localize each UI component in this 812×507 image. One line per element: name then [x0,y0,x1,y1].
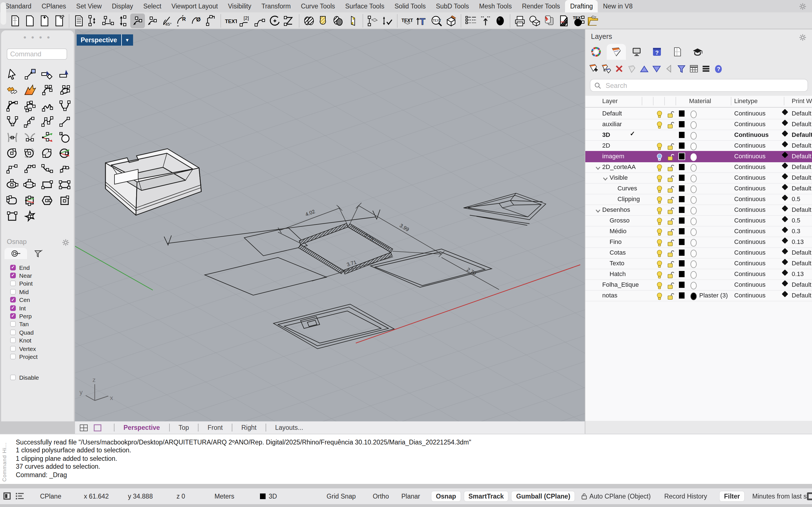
layer-row-cotas[interactable]: CotasContinuousDefault [585,247,812,259]
tool-circle-3pt-icon[interactable] [21,145,38,161]
text-edit-icon[interactable]: TEXT [400,13,414,28]
menu-item-curve-tools[interactable]: Curve Tools [296,0,340,12]
import-annotate-icon[interactable] [52,13,66,28]
layer-row-curves[interactable]: CurvesContinuousDefault [585,183,812,194]
gear-icon[interactable] [62,238,69,248]
osnap-option-project[interactable]: Project [10,353,38,360]
arrow-up-style-icon[interactable] [478,13,493,28]
tool-arc-start-icon[interactable] [21,161,38,177]
layer-print-width[interactable]: Default [792,184,811,191]
layer-color-swatch[interactable] [679,185,684,191]
layer-color-swatch[interactable] [679,174,684,180]
osnap-checkbox-cen[interactable]: ✓ [10,297,16,302]
menu-item-visibility[interactable]: Visibility [223,0,257,12]
layer-row-m-dio[interactable]: MédioContinuous0.3 [585,226,812,237]
chevron-down-icon[interactable]: ▼ [121,38,133,43]
model-pencil-icon[interactable] [444,13,458,28]
layer-linetype[interactable]: Continuous [734,291,765,298]
text-icon[interactable]: TEXT [223,13,238,28]
menu-button[interactable] [700,63,712,74]
status-x-61-642[interactable]: x 61.642 [84,493,109,500]
osnap-checkbox-disable[interactable] [10,374,16,380]
status-planar[interactable]: Planar [401,493,420,500]
layer-linetype[interactable]: Continuous [734,206,765,213]
layers-search[interactable] [590,79,808,92]
viewport-tab-perspective[interactable]: Perspective [121,424,162,431]
file-plus-icon[interactable] [37,13,52,28]
viewport-title-badge[interactable]: Perspective ▼ [77,34,133,46]
dim-horizontal-icon[interactable] [101,13,116,28]
tool-plugins-icon[interactable] [3,82,21,98]
tool-polyline-icon[interactable] [38,114,56,129]
dim-radius-icon[interactable]: R [174,13,189,28]
viewport-tab-layouts[interactable]: Layouts... [273,424,306,431]
tool-circle-deformable-icon[interactable] [56,145,73,161]
open-folder-icon[interactable] [586,13,601,28]
osnap-checkbox-mid[interactable] [10,289,16,294]
layer-row-clipping[interactable]: ClippingContinuous0.5 [585,194,812,205]
layer-row-hatch[interactable]: HatchContinuous0.13 [585,269,812,280]
layer-linetype[interactable]: Continuous [734,110,765,116]
osnap-checkbox-near[interactable]: ✓ [10,273,16,278]
layer-row-folha-etique[interactable]: Folha_EtiqueContinuousDefault [585,279,812,291]
tool-circle-tangent-icon[interactable] [56,129,73,145]
osnap-option-quad[interactable]: Quad [10,328,34,336]
layer-row-desenhos[interactable]: DesenhosContinuousDefault [585,205,812,216]
tool-square-corner-icon[interactable] [3,209,21,224]
annotation-styles-icon[interactable] [463,13,478,28]
print-icon[interactable] [513,13,527,28]
text-height-icon[interactable]: T [414,13,429,28]
tool-rectangle-icon[interactable] [38,177,56,193]
layer-row-texto[interactable]: TextoContinuousDefault [585,258,812,269]
duplicate-layer-button[interactable] [626,63,637,74]
layer-color-swatch[interactable] [679,249,684,256]
osnap-option-mid[interactable]: Mid [10,288,29,295]
layer-linetype[interactable]: Continuous [734,195,765,202]
tool-curve-open-icon[interactable] [38,82,56,98]
new-layer-button[interactable] [589,63,600,74]
point-ellipse-icon[interactable] [493,13,507,28]
leader-icon[interactable] [145,13,160,28]
layer-row-visible[interactable]: VisibleContinuousDefault [585,172,812,184]
osnap-checkbox-knot[interactable] [10,337,16,343]
filter-tab-icon[interactable] [27,248,50,259]
clipping-plane-drawing[interactable] [463,193,546,225]
hatch-dark-icon[interactable] [331,13,346,28]
section-line[interactable] [164,210,380,256]
collapsed-palette-handle[interactable] [1,2,6,25]
tool-arc-blend-icon[interactable] [56,161,73,177]
menu-item-select[interactable]: Select [138,0,166,12]
layer-print-width[interactable]: Default [792,174,811,180]
layer-linetype[interactable]: Continuous [734,163,765,170]
open-template-icon[interactable] [22,13,37,28]
status-y-34-888[interactable]: y 34.888 [128,493,153,500]
tool-star-icon[interactable] [21,209,38,224]
menu-item-surface-tools[interactable]: Surface Tools [340,0,389,12]
delete-layer-button[interactable] [613,63,625,74]
perspective-viewport[interactable]: 4.02 3.99 2.73 3.71 2.70 [75,29,585,421]
layer-linetype[interactable]: Continuous [734,152,765,159]
osnap-checkbox-quad[interactable] [10,329,16,335]
osnap-option-int[interactable]: ✓Int [10,304,26,312]
osnap-checkbox-vertex[interactable] [10,346,16,351]
layer-color-swatch[interactable] [679,196,684,202]
layer-print-width[interactable]: 0.3 [792,227,801,234]
tool-curve-v-icon[interactable] [56,98,73,114]
dim-ordinate-icon[interactable] [282,13,297,28]
menu-item-solid-tools[interactable]: Solid Tools [389,0,431,12]
tool-fillet-icon[interactable] [3,129,21,145]
layer-print-width[interactable]: Default [792,163,811,170]
osnap-checkbox-end[interactable]: ✓ [10,265,16,270]
status-gumball-cplane-[interactable]: Gumball (CPlane) [512,491,575,501]
column-header-linetype[interactable]: Linetype [734,98,758,104]
tool-curve-parabola-icon[interactable] [3,114,21,129]
layer-color-swatch[interactable] [679,153,684,159]
layer-print-width[interactable]: Default [792,120,811,127]
layer-color-swatch[interactable] [679,292,684,298]
menu-item-new-in-v8[interactable]: New in V8 [598,0,638,12]
table-button[interactable] [688,63,699,74]
layer-linetype[interactable]: Continuous [734,270,765,277]
layer-row-auxiliar[interactable]: auxiliarContinuousDefault [585,119,812,130]
status-record-history[interactable]: Record History [664,493,707,500]
tool-curve-closed-icon[interactable] [56,82,73,98]
